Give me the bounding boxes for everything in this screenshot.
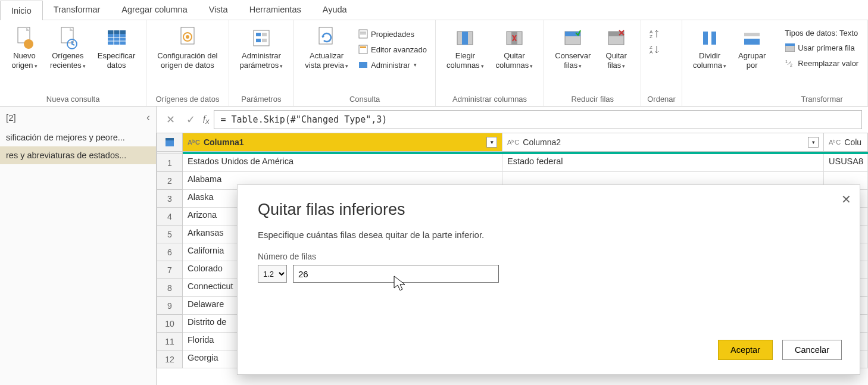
column2-name: Columna2	[523, 137, 561, 147]
svg-rect-16	[262, 33, 267, 36]
menu-ayuda[interactable]: Ayuda	[312, 0, 358, 20]
editor-avanzado-button[interactable]: Editor avanzado	[355, 43, 429, 56]
row-number: 4	[157, 208, 183, 226]
select-all-corner[interactable]	[157, 133, 183, 152]
origenes-recientes-button[interactable]: Orígenes recientes	[45, 24, 90, 72]
svg-rect-26	[462, 32, 468, 45]
especificar-datos-label: Especificar datos	[98, 51, 136, 70]
column-header-3[interactable]: AᵇC Colu	[824, 133, 868, 152]
agrupar-por-button[interactable]: Agrupar por	[733, 24, 770, 72]
conservar-filas-button[interactable]: Conservar filas	[550, 24, 595, 72]
column1-filter-icon[interactable]: ▾	[486, 137, 497, 148]
administrar-button[interactable]: Administrar	[355, 58, 429, 71]
group-label-reducir: Reducir filas	[550, 92, 635, 104]
gear-doc-icon	[176, 26, 199, 50]
group-label-parametros: Parámetros	[235, 92, 288, 104]
cancel-formula-icon[interactable]: ✕	[163, 112, 178, 127]
collapse-queries-icon[interactable]: ‹	[146, 111, 150, 124]
reemplazar-valor-button[interactable]: 12 Reemplazar valor	[782, 57, 861, 70]
dividir-columna-label: Dividir columna	[693, 51, 726, 70]
column-header-1[interactable]: AᵇC Columna1 ▾	[183, 133, 502, 152]
config-origen-button[interactable]: Configuración del origen de datos	[152, 24, 222, 72]
group-reducir-filas: Conservar filas Quitar filas Reducir fil…	[544, 20, 641, 106]
row-number: 5	[157, 226, 183, 243]
quitar-columnas-label: Quitar columnas	[496, 51, 533, 70]
conservar-filas-label: Conservar filas	[555, 51, 591, 70]
quitar-columnas-button[interactable]: Quitar columnas	[491, 24, 538, 72]
dividir-columna-button[interactable]: Dividir columna	[688, 24, 731, 72]
especificar-datos-button[interactable]: Especificar datos	[93, 24, 140, 72]
cell[interactable]: Estados Unidos de América	[183, 154, 502, 172]
primera-fila-button[interactable]: Usar primera fila	[782, 41, 861, 54]
nuevo-origen-button[interactable]: Nuevo origen	[6, 24, 43, 72]
elegir-columnas-button[interactable]: Elegir columnas	[442, 24, 489, 72]
text-type-icon: AᵇC	[507, 139, 519, 146]
menu-agregar-columna[interactable]: Agregar columna	[111, 0, 198, 20]
queries-count: [2]	[6, 112, 16, 123]
query-item-1[interactable]: res y abreviaturas de estados...	[0, 146, 156, 164]
enter-data-icon	[105, 26, 129, 50]
group-split-group: Dividir columna Agrupar por	[682, 20, 776, 106]
actualizar-vista-button[interactable]: Actualizar vista previa	[300, 24, 353, 72]
accept-formula-icon[interactable]: ✓	[183, 112, 198, 127]
formula-input[interactable]	[214, 110, 862, 129]
svg-rect-38	[711, 32, 716, 45]
dialog-desc: Especifique cuántas filas desea quitar d…	[258, 230, 839, 240]
menu-vista[interactable]: Vista	[198, 0, 239, 20]
ok-button[interactable]: Aceptar	[718, 340, 773, 360]
row-number: 2	[157, 172, 183, 190]
cell[interactable]: Estado federal	[502, 154, 824, 172]
query-item-0[interactable]: sificación de mejores y peore...	[0, 129, 156, 146]
group-label-split	[688, 101, 770, 104]
group-label-consulta: Consulta	[300, 92, 429, 104]
group-ordenar: AZ ZA Ordenar	[641, 20, 682, 106]
dialog-close-icon[interactable]: ✕	[841, 192, 851, 206]
actualizar-vista-label: Actualizar vista previa	[305, 51, 348, 70]
column3-name: Colu	[844, 137, 861, 147]
dialog-title: Quitar filas inferiores	[258, 201, 839, 219]
agrupar-por-label: Agrupar por	[738, 51, 766, 70]
svg-rect-13	[254, 30, 269, 46]
row-number: 10	[157, 315, 183, 333]
tipos-datos-label: Tipos de datos: Texto	[785, 29, 858, 37]
admin-parametros-button[interactable]: Administrar parámetros	[235, 24, 288, 72]
reemplazar-valor-label: Reemplazar valor	[798, 59, 858, 68]
sort-asc-icon: AZ	[650, 29, 660, 39]
text-type-icon: AᵇC	[188, 139, 200, 146]
quitar-filas-label: Quitar filas	[606, 51, 627, 70]
menu-herramientas[interactable]: Herramientas	[239, 0, 312, 20]
text-type-icon: AᵇC	[829, 139, 841, 146]
props-icon	[358, 29, 369, 39]
keep-rows-icon	[561, 26, 585, 50]
remove-rows-icon	[604, 26, 628, 50]
row-number: 11	[157, 333, 183, 350]
value-type-select[interactable]: 1.2	[258, 265, 287, 283]
column2-filter-icon[interactable]: ▾	[808, 137, 819, 148]
row-number: 1	[157, 154, 183, 172]
admin-parametros-label: Administrar parámetros	[240, 51, 283, 70]
column1-name: Columna1	[204, 137, 244, 147]
quitar-filas-button[interactable]: Quitar filas	[598, 24, 635, 72]
svg-text:Z: Z	[650, 34, 652, 39]
svg-rect-24	[359, 62, 367, 68]
cell[interactable]: USUSA8	[824, 154, 868, 172]
menu-transformar[interactable]: Transformar	[43, 0, 111, 20]
table-row[interactable]: 1Estados Unidos de AméricaEstado federal…	[157, 154, 868, 172]
propiedades-label: Propiedades	[371, 30, 414, 39]
rows-count-input[interactable]	[293, 265, 499, 283]
propiedades-button[interactable]: Propiedades	[355, 27, 429, 40]
row-number: 12	[157, 350, 183, 368]
elegir-columnas-label: Elegir columnas	[447, 51, 484, 70]
cancel-button[interactable]: Cancelar	[782, 340, 842, 360]
column-header-2[interactable]: AᵇC Columna2 ▾	[502, 133, 824, 152]
sort-asc-button[interactable]: AZ	[647, 27, 663, 40]
sort-desc-button[interactable]: ZA	[647, 43, 663, 56]
manage-icon	[358, 60, 369, 70]
group-label-origenes: Orígenes de datos	[152, 92, 222, 104]
tipos-datos-button[interactable]: Tipos de datos: Texto	[782, 27, 861, 39]
menu-inicio[interactable]: Inicio	[0, 1, 43, 20]
group-admin-columnas: Elegir columnas Quitar columnas Administ…	[436, 20, 544, 106]
menu-bar: Inicio Transformar Agregar columna Vista…	[0, 0, 868, 20]
table-icon	[785, 42, 795, 53]
svg-text:2: 2	[790, 63, 792, 67]
